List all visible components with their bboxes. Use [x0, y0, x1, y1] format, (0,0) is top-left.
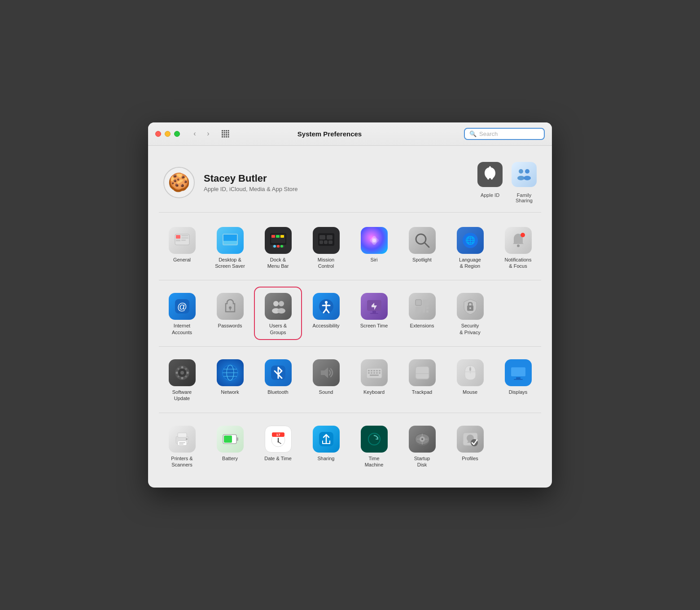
software-label: SoftwareUpdate [172, 389, 192, 402]
pref-datetime[interactable]: 17 17 Date & Time [255, 420, 301, 472]
notifications-icon [505, 227, 532, 254]
svg-rect-70 [370, 313, 378, 314]
svg-rect-24 [181, 235, 188, 236]
svg-rect-33 [276, 235, 280, 238]
desktop-icon [217, 227, 244, 254]
screentime-icon [361, 293, 388, 320]
svg-rect-108 [376, 372, 378, 374]
bluetooth-icon [265, 359, 292, 386]
svg-point-18 [525, 169, 529, 174]
pref-security[interactable]: Security& Privacy [447, 288, 493, 339]
pref-keyboard[interactable]: Keyboard [351, 354, 397, 405]
pref-sharing[interactable]: Sharing [303, 420, 349, 472]
pref-screentime[interactable]: Screen Time [351, 288, 397, 339]
pref-desktop[interactable]: Desktop &Screen Saver [207, 222, 253, 273]
search-box[interactable]: 🔍 [464, 128, 545, 140]
pref-users[interactable]: Users &Groups [255, 288, 301, 339]
pref-startup[interactable]: StartupDisk [399, 420, 445, 472]
pref-printers[interactable]: Printers &Scanners [159, 420, 205, 472]
svg-point-87 [177, 368, 179, 370]
traffic-lights [155, 131, 180, 137]
pref-notifications[interactable]: Notifications& Focus [495, 222, 541, 273]
profile-info: Stacey Butler Apple ID, iCloud, Media & … [204, 173, 477, 192]
section-accounts: @ InternetAccounts Passwords [159, 288, 541, 339]
svg-rect-104 [379, 370, 381, 371]
section-hardware: SoftwareUpdate Network [159, 354, 541, 405]
profile-actions: Apple ID FamilySharing [477, 162, 537, 203]
pref-sound[interactable]: Sound [303, 354, 349, 405]
svg-point-84 [181, 377, 183, 379]
spotlight-icon [409, 227, 436, 254]
svg-rect-77 [426, 310, 429, 313]
pref-mouse[interactable]: Mouse [447, 354, 493, 405]
battery-icon [217, 426, 244, 453]
pref-battery[interactable]: Battery [207, 420, 253, 472]
datetime-icon: 17 17 [265, 426, 292, 453]
startup-icon [409, 426, 436, 453]
passwords-label: Passwords [218, 322, 242, 329]
desktop-label: Desktop &Screen Saver [215, 257, 245, 270]
svg-point-52 [517, 244, 520, 247]
svg-point-47 [372, 239, 376, 242]
svg-point-17 [519, 169, 523, 174]
pref-software[interactable]: SoftwareUpdate [159, 354, 205, 405]
keyboard-icon [361, 359, 388, 386]
svg-text:🌐: 🌐 [465, 235, 476, 245]
dock-icon [265, 227, 292, 254]
pref-siri[interactable]: Siri [351, 222, 397, 273]
svg-rect-41 [327, 235, 332, 240]
search-input[interactable] [479, 131, 538, 137]
pref-trackpad[interactable]: Trackpad [399, 354, 445, 405]
family-sharing-icon [512, 162, 537, 187]
svg-rect-22 [176, 235, 180, 239]
pref-language[interactable]: 🌐 Language& Region [447, 222, 493, 273]
svg-rect-117 [511, 367, 525, 376]
siri-icon [361, 227, 388, 254]
extensions-label: Extensions [410, 322, 434, 329]
svg-point-125 [186, 438, 188, 440]
timemachine-icon [361, 426, 388, 453]
pref-displays[interactable]: Displays [495, 354, 541, 405]
pref-general[interactable]: General [159, 222, 205, 273]
displays-icon [505, 359, 532, 386]
extensions-icon [409, 293, 436, 320]
sharing-label: Sharing [318, 455, 335, 462]
svg-rect-76 [426, 307, 429, 309]
sound-icon [313, 359, 340, 386]
svg-point-19 [517, 176, 525, 180]
svg-point-56 [229, 306, 232, 309]
sound-label: Sound [319, 389, 333, 395]
pref-spotlight[interactable]: Spotlight [399, 222, 445, 273]
svg-rect-69 [372, 311, 376, 313]
svg-rect-103 [376, 370, 378, 371]
svg-point-59 [279, 301, 284, 306]
pref-dock[interactable]: Dock &Menu Bar [255, 222, 301, 273]
accessibility-label: Accessibility [313, 322, 340, 329]
svg-rect-71 [416, 300, 421, 305]
pref-timemachine[interactable]: TimeMachine [351, 420, 397, 472]
trackpad-icon [409, 359, 436, 386]
pref-network[interactable]: Network [207, 354, 253, 405]
bluetooth-label: Bluetooth [267, 389, 288, 395]
pref-accessibility[interactable]: Accessibility [303, 288, 349, 339]
pref-passwords[interactable]: Passwords [207, 288, 253, 339]
svg-rect-102 [373, 370, 375, 371]
svg-rect-42 [319, 240, 323, 244]
close-button[interactable] [155, 131, 161, 137]
pref-profiles[interactable]: Profiles [447, 420, 493, 472]
pref-mission[interactable]: MissionControl [303, 222, 349, 273]
internet-label: InternetAccounts [172, 322, 192, 336]
pref-extensions[interactable]: Extensions [399, 288, 445, 339]
divider-1 [159, 280, 541, 280]
family-sharing-button[interactable]: FamilySharing [512, 162, 537, 203]
pref-bluetooth[interactable]: Bluetooth [255, 354, 301, 405]
maximize-button[interactable] [174, 131, 180, 137]
software-icon [169, 359, 196, 386]
minimize-button[interactable] [165, 131, 171, 137]
apple-id-button[interactable]: Apple ID [477, 162, 503, 203]
pref-internet[interactable]: @ InternetAccounts [159, 288, 205, 339]
language-label: Language& Region [459, 257, 481, 270]
back-button[interactable]: ‹ [189, 128, 201, 139]
security-label: Security& Privacy [459, 322, 480, 336]
passwords-icon [217, 293, 244, 320]
